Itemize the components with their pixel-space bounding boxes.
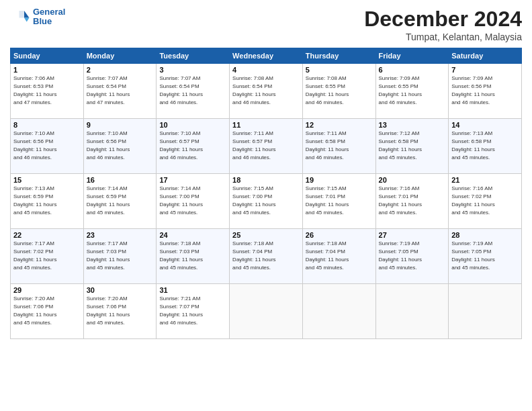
day-info: Sunrise: 7:06 AMSunset: 6:53 PMDaylight:… [13,75,81,107]
day-info: Sunrise: 7:07 AMSunset: 6:54 PMDaylight:… [87,75,154,107]
day-info: Sunrise: 7:18 AMSunset: 7:04 PMDaylight:… [306,240,373,272]
day-info: Sunrise: 7:09 AMSunset: 6:55 PMDaylight:… [379,75,446,107]
calendar-cell: 27Sunrise: 7:19 AMSunset: 7:05 PMDayligh… [375,229,449,284]
day-number: 28 [451,231,519,239]
day-info: Sunrise: 7:20 AMSunset: 7:06 PMDaylight:… [13,295,81,327]
calendar-cell: 4Sunrise: 7:08 AMSunset: 6:54 PMDaylight… [230,64,303,119]
day-number: 4 [232,66,300,74]
day-number: 27 [379,231,446,239]
day-number: 19 [306,176,373,184]
day-number: 20 [379,176,446,184]
calendar-cell: 3Sunrise: 7:07 AMSunset: 6:54 PMDaylight… [157,64,230,119]
calendar-cell: 28Sunrise: 7:19 AMSunset: 7:05 PMDayligh… [449,229,522,284]
day-info: Sunrise: 7:13 AMSunset: 6:59 PMDaylight:… [13,185,81,217]
day-number: 22 [13,231,81,239]
calendar-cell: 9Sunrise: 7:10 AMSunset: 6:56 PMDaylight… [83,119,157,174]
day-number: 15 [13,176,81,184]
header: General Blue December 2024 Tumpat, Kelan… [10,7,522,42]
calendar-cell: 31Sunrise: 7:21 AMSunset: 7:07 PMDayligh… [157,284,230,339]
calendar-cell: 16Sunrise: 7:14 AMSunset: 6:59 PMDayligh… [83,174,157,229]
calendar-cell: 24Sunrise: 7:18 AMSunset: 7:03 PMDayligh… [157,229,230,284]
day-number: 23 [87,231,154,239]
day-info: Sunrise: 7:19 AMSunset: 7:05 PMDaylight:… [451,240,519,272]
calendar-cell: 22Sunrise: 7:17 AMSunset: 7:02 PMDayligh… [11,229,84,284]
calendar-cell [449,284,522,339]
day-header-tuesday: Tuesday [157,48,230,64]
day-info: Sunrise: 7:08 AMSunset: 6:54 PMDaylight:… [232,75,300,107]
day-number: 10 [159,121,226,129]
day-info: Sunrise: 7:10 AMSunset: 6:56 PMDaylight:… [87,130,154,162]
calendar-cell [375,284,449,339]
month-title: December 2024 [364,7,522,32]
calendar-cell: 26Sunrise: 7:18 AMSunset: 7:04 PMDayligh… [302,229,375,284]
day-number: 8 [13,121,81,129]
day-number: 3 [159,66,226,74]
calendar-cell: 2Sunrise: 7:07 AMSunset: 6:54 PMDaylight… [83,64,157,119]
logo-line2: Blue [33,17,65,26]
calendar-cell: 8Sunrise: 7:10 AMSunset: 6:56 PMDaylight… [11,119,84,174]
day-number: 25 [232,231,300,239]
calendar-cell: 1Sunrise: 7:06 AMSunset: 6:53 PMDaylight… [11,64,84,119]
location-subtitle: Tumpat, Kelantan, Malaysia [364,32,522,42]
day-info: Sunrise: 7:14 AMSunset: 7:00 PMDaylight:… [159,185,226,217]
calendar-cell: 11Sunrise: 7:11 AMSunset: 6:57 PMDayligh… [230,119,303,174]
day-header-wednesday: Wednesday [230,48,303,64]
calendar-week-2: 8Sunrise: 7:10 AMSunset: 6:56 PMDaylight… [11,119,522,174]
day-header-sunday: Sunday [11,48,84,64]
day-header-thursday: Thursday [302,48,375,64]
calendar-cell: 25Sunrise: 7:18 AMSunset: 7:04 PMDayligh… [230,229,303,284]
day-info: Sunrise: 7:07 AMSunset: 6:54 PMDaylight:… [159,75,226,107]
day-number: 12 [306,121,373,129]
day-number: 14 [451,121,519,129]
logo-text: General Blue [33,7,65,27]
day-info: Sunrise: 7:20 AMSunset: 7:06 PMDaylight:… [87,295,154,327]
day-info: Sunrise: 7:14 AMSunset: 6:59 PMDaylight:… [87,185,154,217]
logo-line1: General [33,7,65,17]
day-info: Sunrise: 7:12 AMSunset: 6:58 PMDaylight:… [379,130,446,162]
calendar-cell: 29Sunrise: 7:20 AMSunset: 7:06 PMDayligh… [11,284,84,339]
day-info: Sunrise: 7:11 AMSunset: 6:57 PMDaylight:… [232,130,300,162]
calendar-cell [302,284,375,339]
calendar-cell: 6Sunrise: 7:09 AMSunset: 6:55 PMDaylight… [375,64,449,119]
calendar-cell: 5Sunrise: 7:08 AMSunset: 6:55 PMDaylight… [302,64,375,119]
calendar-cell: 17Sunrise: 7:14 AMSunset: 7:00 PMDayligh… [157,174,230,229]
calendar-page: General Blue December 2024 Tumpat, Kelan… [0,0,532,411]
day-number: 6 [379,66,446,74]
calendar-week-5: 29Sunrise: 7:20 AMSunset: 7:06 PMDayligh… [11,284,522,339]
day-info: Sunrise: 7:08 AMSunset: 6:55 PMDaylight:… [306,75,373,107]
title-section: December 2024 Tumpat, Kelantan, Malaysia [364,7,522,42]
calendar-cell: 21Sunrise: 7:16 AMSunset: 7:02 PMDayligh… [449,174,522,229]
day-info: Sunrise: 7:17 AMSunset: 7:02 PMDaylight:… [13,240,81,272]
svg-marker-3 [19,11,25,18]
day-info: Sunrise: 7:19 AMSunset: 7:05 PMDaylight:… [379,240,446,272]
day-info: Sunrise: 7:16 AMSunset: 7:02 PMDaylight:… [451,185,519,217]
day-number: 9 [87,121,154,129]
calendar-week-3: 15Sunrise: 7:13 AMSunset: 6:59 PMDayligh… [11,174,522,229]
day-number: 17 [159,176,226,184]
calendar-cell: 14Sunrise: 7:13 AMSunset: 6:58 PMDayligh… [449,119,522,174]
day-number: 31 [159,286,226,294]
calendar-cell: 20Sunrise: 7:16 AMSunset: 7:01 PMDayligh… [375,174,449,229]
day-info: Sunrise: 7:15 AMSunset: 7:01 PMDaylight:… [306,185,373,217]
day-info: Sunrise: 7:18 AMSunset: 7:04 PMDaylight:… [232,240,300,272]
calendar-header-row: SundayMondayTuesdayWednesdayThursdayFrid… [11,48,522,64]
day-info: Sunrise: 7:17 AMSunset: 7:03 PMDaylight:… [87,240,154,272]
calendar-cell: 12Sunrise: 7:11 AMSunset: 6:58 PMDayligh… [302,119,375,174]
logo: General Blue [10,7,65,27]
calendar-table: SundayMondayTuesdayWednesdayThursdayFrid… [10,48,522,339]
day-number: 11 [232,121,300,129]
calendar-week-1: 1Sunrise: 7:06 AMSunset: 6:53 PMDaylight… [11,64,522,119]
calendar-cell: 10Sunrise: 7:10 AMSunset: 6:57 PMDayligh… [157,119,230,174]
day-info: Sunrise: 7:16 AMSunset: 7:01 PMDaylight:… [379,185,446,217]
calendar-cell: 23Sunrise: 7:17 AMSunset: 7:03 PMDayligh… [83,229,157,284]
calendar-cell: 13Sunrise: 7:12 AMSunset: 6:58 PMDayligh… [375,119,449,174]
day-number: 30 [87,286,154,294]
calendar-cell: 7Sunrise: 7:09 AMSunset: 6:56 PMDaylight… [449,64,522,119]
day-info: Sunrise: 7:10 AMSunset: 6:57 PMDaylight:… [159,130,226,162]
day-info: Sunrise: 7:21 AMSunset: 7:07 PMDaylight:… [159,295,226,327]
day-info: Sunrise: 7:09 AMSunset: 6:56 PMDaylight:… [451,75,519,107]
day-info: Sunrise: 7:18 AMSunset: 7:03 PMDaylight:… [159,240,226,272]
day-info: Sunrise: 7:11 AMSunset: 6:58 PMDaylight:… [306,130,373,162]
logo-icon [10,7,30,27]
day-number: 13 [379,121,446,129]
